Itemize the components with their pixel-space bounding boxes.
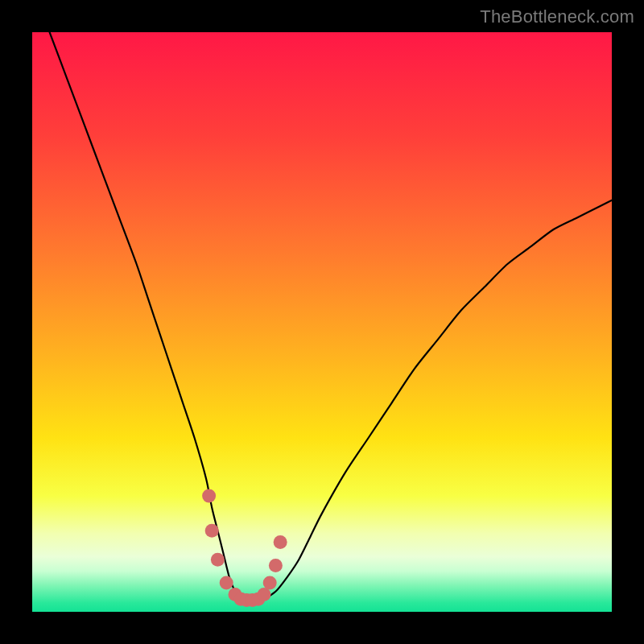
marker-point: [202, 489, 216, 503]
marker-point: [274, 535, 287, 549]
marker-point: [269, 559, 283, 572]
bottleneck-curve: [50, 32, 612, 601]
near-optimal-markers: [202, 489, 287, 608]
curve-layer: [32, 32, 612, 612]
chart-frame: TheBottleneck.com: [0, 0, 644, 644]
marker-point: [258, 588, 271, 601]
marker-point: [205, 524, 219, 538]
plot-area: [32, 32, 612, 612]
marker-point: [220, 576, 233, 590]
marker-point: [211, 553, 225, 567]
watermark-text: TheBottleneck.com: [480, 6, 634, 27]
marker-point: [263, 576, 277, 590]
